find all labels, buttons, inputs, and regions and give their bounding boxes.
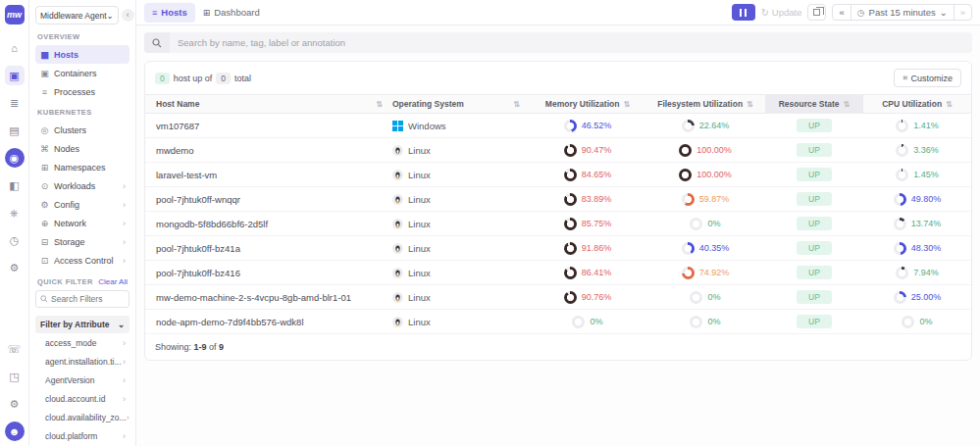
attribute-filter-item[interactable]: agent.installation.ti...› xyxy=(35,352,129,371)
sort-icon[interactable]: ⇅ xyxy=(376,100,383,109)
linux-os-icon xyxy=(392,268,403,278)
table-row[interactable]: vm107687Windows46.52%22.64%UP1.41% xyxy=(145,114,971,138)
host-name-cell[interactable]: mw-demo-machine-2-s-4vcpu-8gb-amd-blr1-0… xyxy=(145,292,392,303)
host-search-input[interactable] xyxy=(170,37,972,48)
tab-hosts[interactable]: ≡ Hosts xyxy=(144,3,195,23)
host-name-cell[interactable]: mongodb-5f8bd66bf6-2d5lf xyxy=(145,219,392,229)
host-name-cell[interactable]: mwdemo xyxy=(145,145,392,156)
sidebar: Middleware Agent ⌄ ‹ OVERVIEW▦Hosts▣Cont… xyxy=(29,0,136,446)
table-row[interactable]: mongodb-5f8bd66bf6-2d5lfLinux85.75%0%UP1… xyxy=(145,212,971,236)
cpu-donut xyxy=(896,120,908,132)
cpu-donut xyxy=(902,316,914,328)
sidebar-item-workloads[interactable]: ⊙Workloads› xyxy=(35,176,129,195)
host-name-cell[interactable]: pool-7jhtuk0ff-bz416 xyxy=(145,268,392,278)
alerts-icon[interactable]: ⚙ xyxy=(5,258,25,277)
tab-dashboard[interactable]: ⊞ Dashboard xyxy=(195,3,268,23)
time-prev-button[interactable]: « xyxy=(833,5,850,20)
column-label: CPU Utilization xyxy=(882,99,942,109)
table-row[interactable]: pool-7jhtuk0ff-bz41aLinux91.86%40.35%UP4… xyxy=(145,236,971,261)
sidebar-item-config[interactable]: ⚙Config› xyxy=(35,195,129,214)
pause-button[interactable] xyxy=(732,4,755,21)
filter-by-attribute-header[interactable]: Filter by Attribute ⌄ xyxy=(35,316,129,333)
attribute-filter-item[interactable]: cloud.availability_zo...› xyxy=(35,408,129,426)
sort-icon[interactable]: ⇅ xyxy=(946,100,953,109)
sidebar-item-storage[interactable]: ⊟Storage› xyxy=(35,232,129,251)
kubernetes-icon[interactable]: ⎈ xyxy=(5,203,25,223)
home-icon[interactable]: ⌂ xyxy=(5,38,25,58)
chevron-right-icon: › xyxy=(127,413,129,422)
cpu-donut xyxy=(894,242,906,255)
host-name-cell[interactable]: laravel-test-vm xyxy=(145,170,392,180)
logs-icon[interactable]: ≣ xyxy=(5,93,25,113)
table-row[interactable]: pool-7jhtuk0ff-wnqqrLinux83.89%59.87%UP4… xyxy=(145,187,971,212)
cpu-donut xyxy=(894,291,906,304)
sidebar-item-network[interactable]: ⊕Network› xyxy=(35,214,129,232)
copy-button[interactable] xyxy=(807,4,826,21)
host-name-cell[interactable]: pool-7jhtuk0ff-bz41a xyxy=(145,243,392,254)
table-row[interactable]: mwdemoLinux90.47%100.00%UP3.36% xyxy=(145,138,971,163)
attribute-filter-item[interactable]: access_mode› xyxy=(35,333,129,352)
os-label: Linux xyxy=(408,317,431,327)
table-row[interactable]: node-apm-demo-7d9f4bb576-wdk8lLinux0%0%U… xyxy=(145,310,971,334)
os-cell: Linux xyxy=(392,243,530,254)
customize-button[interactable]: ≡ Customize xyxy=(894,69,961,87)
showing-label: Showing: xyxy=(155,342,191,352)
table-footer: Showing: 1-9 of 9 xyxy=(145,334,971,360)
containers-icon: ▣ xyxy=(39,69,50,78)
cpu-value: 1.41% xyxy=(913,121,939,130)
sidebar-item-namespaces[interactable]: ⊞Namespaces xyxy=(35,158,129,176)
sidebar-item-nodes[interactable]: ⌘Nodes xyxy=(35,139,129,158)
service-map-icon[interactable]: ◧ xyxy=(5,175,25,195)
sidebar-item-clusters[interactable]: ◎Clusters xyxy=(35,121,129,139)
column-label: Memory Utilization xyxy=(545,99,620,109)
attribute-filter-label: cloud.account.id xyxy=(45,394,105,404)
synthetics-icon[interactable]: ◷ xyxy=(5,230,25,250)
sidebar-collapse-button[interactable]: ‹ xyxy=(122,9,134,22)
time-next-button[interactable]: » xyxy=(954,5,971,20)
sort-icon[interactable]: ⇅ xyxy=(747,100,753,109)
sort-icon[interactable]: ⇅ xyxy=(844,100,851,109)
os-label: Linux xyxy=(408,219,431,229)
sidebar-item-hosts[interactable]: ▦Hosts xyxy=(35,45,129,64)
attribute-filter-item[interactable]: cloud.platform› xyxy=(35,426,129,445)
status-badge: UP xyxy=(797,241,832,255)
sort-icon[interactable]: ⇅ xyxy=(513,100,520,109)
hosts-icon: ▦ xyxy=(39,50,50,60)
sort-icon[interactable]: ⇅ xyxy=(623,100,630,109)
table-row[interactable]: pool-7jhtuk0ff-bz416Linux86.41%74.92%UP7… xyxy=(145,261,971,285)
sidebar-item-access-control[interactable]: ⊡Access Control› xyxy=(35,251,129,270)
apm-icon[interactable]: ◉ xyxy=(5,148,25,168)
host-name-cell[interactable]: pool-7jhtuk0ff-wnqqr xyxy=(145,194,392,205)
avatar[interactable]: ☻ xyxy=(5,421,25,441)
memory-value: 90.76% xyxy=(582,292,612,302)
table-row[interactable]: mw-demo-machine-2-s-4vcpu-8gb-amd-blr1-0… xyxy=(145,285,971,310)
memory-value: 91.86% xyxy=(582,243,612,253)
memory-donut xyxy=(564,193,577,206)
card-top: 0 host up of 0 total ≡ Customize xyxy=(145,62,971,94)
host-name-cell[interactable]: node-apm-demo-7d9f4bb576-wdk8l xyxy=(145,317,392,327)
table-row[interactable]: laravel-test-vmLinux84.65%100.00%UP1.45% xyxy=(145,163,971,187)
main-area: ≡ Hosts ⊞ Dashboard ↻ Update « ◷ Past xyxy=(136,0,980,446)
attribute-filter-item[interactable]: AgentVersion› xyxy=(35,371,129,389)
sidebar-item-containers[interactable]: ▣Containers xyxy=(35,64,129,82)
copy-icon xyxy=(813,9,820,16)
attribute-filter-item[interactable]: cloud.account.id› xyxy=(35,389,129,408)
host-name-cell[interactable]: vm107687 xyxy=(145,121,392,131)
sidebar-item-processes[interactable]: ≡Processes xyxy=(35,82,129,101)
status-badge: UP xyxy=(797,119,832,132)
middleware-logo[interactable]: mw xyxy=(5,5,25,25)
resource-state-cell: UP xyxy=(765,241,863,255)
org-selector[interactable]: Middleware Agent ⌄ xyxy=(35,6,119,25)
report-icon[interactable]: ▤ xyxy=(5,121,25,140)
clear-all-link[interactable]: Clear All xyxy=(98,277,128,286)
chevron-right-icon: › xyxy=(123,181,126,191)
filter-search-input[interactable] xyxy=(51,294,120,304)
network-icon: ⊕ xyxy=(39,219,50,228)
whats-new-icon[interactable]: ◳ xyxy=(5,367,25,386)
update-button[interactable]: ↻ Update xyxy=(761,7,802,18)
time-range-dropdown[interactable]: ◷ Past 15 minutes ⌄ xyxy=(851,5,954,20)
support-icon[interactable]: ☏ xyxy=(5,339,25,359)
settings-icon[interactable]: ⚙ xyxy=(5,394,25,414)
os-label: Linux xyxy=(408,170,431,180)
infrastructure-icon[interactable]: ▣ xyxy=(5,66,25,85)
